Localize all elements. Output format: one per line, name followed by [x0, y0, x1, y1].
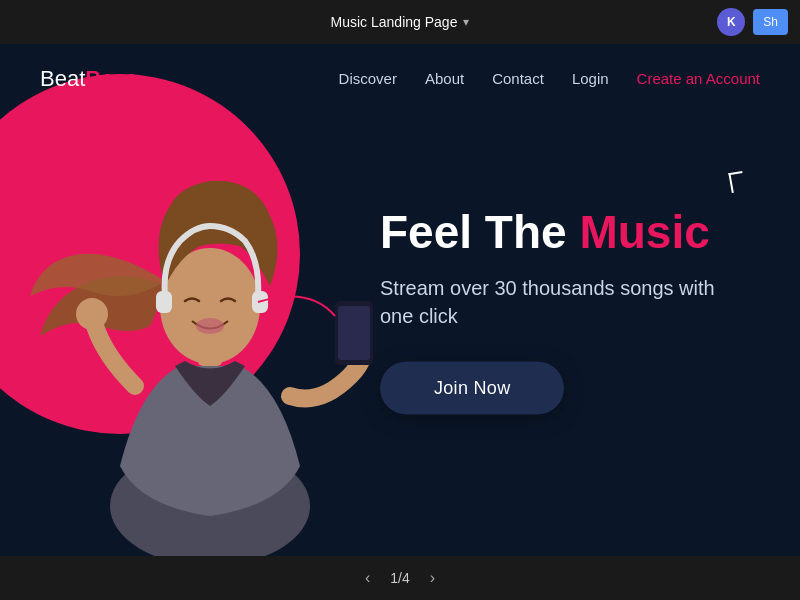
nav-item-about[interactable]: About: [425, 70, 464, 88]
top-bar: Music Landing Page ▾ K Sh: [0, 0, 800, 44]
svg-rect-7: [338, 306, 370, 360]
logo-bees-text: Bees: [85, 66, 138, 91]
svg-point-8: [76, 298, 108, 330]
hero-title-feel: Feel The: [380, 206, 567, 258]
pagination-total: 4: [402, 570, 410, 586]
hero-person-image: [0, 76, 420, 556]
svg-rect-4: [156, 291, 172, 313]
hero-title: Feel The Music: [380, 207, 740, 258]
nav-link-discover[interactable]: Discover: [339, 70, 397, 87]
hero-section: Feel The Music Stream over 30 thousands …: [380, 207, 740, 415]
pagination-current: 1: [390, 570, 398, 586]
nav-item-discover[interactable]: Discover: [339, 70, 397, 88]
main-content: BeatBees Discover About Contact Login Cr…: [0, 44, 800, 556]
nav-link-create-account[interactable]: Create an Account: [637, 70, 760, 87]
nav-link-contact[interactable]: Contact: [492, 70, 544, 87]
share-button[interactable]: Sh: [753, 9, 788, 35]
hero-title-music: Music: [579, 206, 709, 258]
page-title-bar: Music Landing Page ▾: [331, 14, 470, 30]
hero-subtitle: Stream over 30 thousands songs with one …: [380, 273, 740, 329]
avatar[interactable]: K: [717, 8, 745, 36]
top-bar-right: K Sh: [717, 8, 788, 36]
nav-link-login[interactable]: Login: [572, 70, 609, 87]
mouse-cursor: [730, 172, 744, 192]
nav-item-contact[interactable]: Contact: [492, 70, 544, 88]
pagination-next-button[interactable]: ›: [430, 569, 435, 587]
nav-link-about[interactable]: About: [425, 70, 464, 87]
pagination-info: 1/4: [390, 570, 409, 586]
join-now-button[interactable]: Join Now: [380, 361, 564, 414]
logo: BeatBees: [40, 66, 138, 92]
logo-beat-text: Beat: [40, 66, 85, 91]
page-title-text: Music Landing Page: [331, 14, 458, 30]
nav-item-login[interactable]: Login: [572, 70, 609, 88]
nav-item-create-account[interactable]: Create an Account: [637, 70, 760, 88]
nav-links: Discover About Contact Login Create an A…: [339, 70, 760, 88]
svg-point-3: [196, 318, 224, 334]
pagination-prev-button[interactable]: ‹: [365, 569, 370, 587]
navbar: BeatBees Discover About Contact Login Cr…: [0, 44, 800, 114]
chevron-down-icon: ▾: [463, 15, 469, 29]
bottom-bar: ‹ 1/4 ›: [0, 556, 800, 600]
